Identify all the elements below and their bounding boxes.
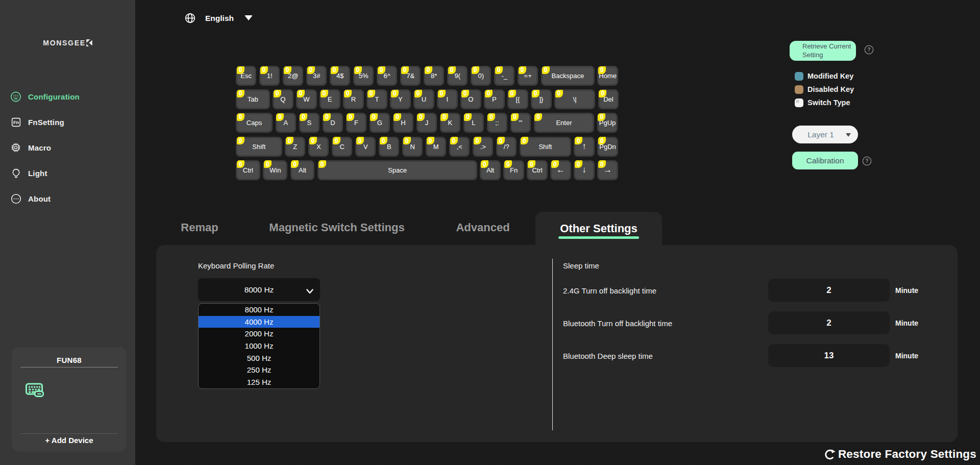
- key-]}[interactable]: ]}0: [531, 89, 551, 109]
- tab-advanced[interactable]: Advanced: [456, 221, 509, 234]
- key-A[interactable]: A0: [276, 113, 296, 133]
- device-card[interactable]: FUN68: [12, 347, 127, 452]
- key-,<[interactable]: ,<0: [449, 137, 470, 157]
- key-Win[interactable]: Win0: [263, 160, 287, 180]
- sleep-value-input[interactable]: 2: [768, 279, 890, 302]
- sidebar-item-about[interactable]: About: [0, 189, 135, 208]
- key-8*[interactable]: 8*0: [424, 66, 444, 86]
- key-S[interactable]: S0: [299, 113, 320, 133]
- key-Backspace[interactable]: Backspace0: [541, 66, 595, 86]
- legend-swatch[interactable]: [795, 99, 803, 107]
- key-0)[interactable]: 0)0: [471, 66, 491, 86]
- key-D[interactable]: D0: [323, 113, 343, 133]
- key-'"[interactable]: '"0: [510, 113, 531, 133]
- key-2@[interactable]: 2@0: [283, 66, 303, 86]
- tab-magnetic-switch-settings[interactable]: Magnetic Switch Settings: [269, 221, 404, 234]
- key-6^[interactable]: 6^0: [377, 66, 397, 86]
- add-device-button[interactable]: + Add Device: [12, 436, 127, 445]
- key-W[interactable]: W0: [296, 89, 316, 109]
- dropdown-option-1000-Hz[interactable]: 1000 Hz: [199, 340, 320, 352]
- dropdown-option-125-Hz[interactable]: 125 Hz: [199, 376, 320, 388]
- key-Alt[interactable]: Alt0: [290, 160, 315, 180]
- key-I[interactable]: I0: [437, 89, 457, 109]
- key-L[interactable]: L0: [463, 113, 484, 133]
- key-Y[interactable]: Y0: [390, 89, 410, 109]
- retrieve-current-setting-button[interactable]: Retrieve Current Setting: [790, 41, 856, 61]
- key-Space[interactable]: Space0: [317, 160, 477, 180]
- key-Del[interactable]: Del0: [598, 89, 619, 109]
- key-.>[interactable]: .>0: [473, 137, 493, 157]
- restore-factory-settings-button[interactable]: Restore Factory Settings: [824, 448, 976, 461]
- key-Ctrl[interactable]: Ctrl0: [527, 160, 547, 180]
- key-Enter[interactable]: Enter0: [534, 113, 595, 133]
- key-PgUp[interactable]: PgUp0: [597, 113, 618, 133]
- dropdown-option-4000-Hz[interactable]: 4000 Hz: [199, 316, 320, 328]
- sleep-value-input[interactable]: 2: [768, 311, 890, 334]
- key-O[interactable]: O0: [460, 89, 481, 109]
- key-↑[interactable]: ↑0: [574, 137, 594, 157]
- legend-swatch[interactable]: [795, 72, 803, 81]
- tab-other-settings[interactable]: Other Settings: [535, 212, 662, 245]
- key-1![interactable]: 1!0: [259, 66, 280, 86]
- key-7&[interactable]: 7&0: [400, 66, 421, 86]
- key-K[interactable]: K0: [440, 113, 460, 133]
- key-Q[interactable]: Q0: [273, 89, 293, 109]
- key-↓[interactable]: ↓0: [574, 160, 594, 180]
- key-Caps[interactable]: Caps0: [236, 113, 273, 133]
- layer-select[interactable]: Layer 1: [792, 126, 858, 143]
- language-label[interactable]: English: [205, 13, 234, 23]
- key-B[interactable]: B0: [379, 137, 399, 157]
- key-→[interactable]: →0: [597, 160, 618, 180]
- sidebar-item-fnsetting[interactable]: FnFnSetting: [0, 113, 135, 131]
- key-\|[interactable]: \|0: [554, 89, 595, 109]
- dropdown-option-8000-Hz[interactable]: 8000 Hz: [199, 304, 320, 316]
- polling-rate-select[interactable]: 8000 Hz: [198, 278, 320, 301]
- language-caret-icon[interactable]: [244, 15, 253, 20]
- key-Esc[interactable]: Esc0: [236, 66, 256, 86]
- key-PgDn[interactable]: PgDn0: [597, 137, 618, 157]
- key-R[interactable]: R0: [343, 89, 363, 109]
- help-icon[interactable]: ?: [862, 156, 872, 166]
- key-Shift[interactable]: Shift0: [520, 137, 571, 157]
- key-Fn[interactable]: Fn0: [503, 160, 524, 180]
- key-X[interactable]: X0: [308, 137, 329, 157]
- key-Tab[interactable]: Tab0: [236, 89, 270, 109]
- help-icon[interactable]: ?: [864, 45, 874, 55]
- key-E[interactable]: E0: [320, 89, 340, 109]
- tab-remap[interactable]: Remap: [181, 221, 218, 234]
- key-C[interactable]: C0: [332, 137, 352, 157]
- sleep-value-input[interactable]: 13: [768, 344, 890, 367]
- key-4$[interactable]: 4$0: [330, 66, 350, 86]
- calibration-button[interactable]: Calibration: [792, 152, 858, 169]
- key-Shift[interactable]: Shift0: [236, 137, 282, 157]
- key-N[interactable]: N0: [402, 137, 423, 157]
- key--_[interactable]: -_0: [494, 66, 514, 86]
- dropdown-option-2000-Hz[interactable]: 2000 Hz: [199, 328, 320, 340]
- key-=+[interactable]: =+0: [518, 66, 538, 86]
- key-/?[interactable]: /?0: [496, 137, 517, 157]
- key-[{[interactable]: [{0: [507, 89, 528, 109]
- sidebar-item-macro[interactable]: Macro: [0, 138, 135, 157]
- key-Home[interactable]: Home0: [597, 66, 618, 86]
- key-H[interactable]: H0: [393, 113, 413, 133]
- key-P[interactable]: P0: [484, 89, 504, 109]
- key-Alt[interactable]: Alt0: [480, 160, 500, 180]
- key-F[interactable]: F0: [346, 113, 366, 133]
- key-←[interactable]: ←0: [550, 160, 571, 180]
- key-;:[interactable]: ;:0: [487, 113, 507, 133]
- key-9([interactable]: 9(0: [447, 66, 468, 86]
- key-T[interactable]: T0: [366, 89, 387, 109]
- key-Ctrl[interactable]: Ctrl0: [236, 160, 260, 180]
- key-U[interactable]: U0: [413, 89, 434, 109]
- dropdown-option-250-Hz[interactable]: 250 Hz: [199, 364, 320, 376]
- key-V[interactable]: V0: [355, 137, 376, 157]
- sidebar-item-light[interactable]: Light: [0, 164, 135, 182]
- dropdown-option-500-Hz[interactable]: 500 Hz: [199, 352, 320, 364]
- key-5%[interactable]: 5%0: [353, 66, 374, 86]
- key-3#[interactable]: 3#0: [306, 66, 327, 86]
- key-J[interactable]: J0: [416, 113, 437, 133]
- sidebar-item-configuration[interactable]: Configuration: [0, 87, 135, 106]
- key-G[interactable]: G0: [370, 113, 390, 133]
- legend-swatch[interactable]: [795, 85, 803, 94]
- key-Z[interactable]: Z0: [285, 137, 305, 157]
